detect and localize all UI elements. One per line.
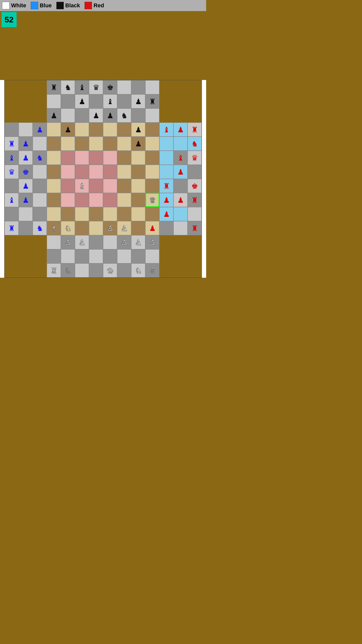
cell-3-5[interactable] [75, 123, 89, 137]
cell-13-8[interactable] [117, 263, 131, 277]
cell-10-8[interactable]: ♙ [117, 221, 131, 235]
cell-9-9[interactable] [131, 207, 145, 221]
cell-7-11[interactable]: ♜ [159, 179, 173, 193]
cell-9-1[interactable] [19, 207, 33, 221]
cell-0-3[interactable]: ♜ [47, 80, 61, 94]
cell-5-7[interactable] [103, 151, 117, 165]
cell-3-12[interactable]: ♟ [173, 123, 188, 137]
cell-2-1[interactable] [19, 108, 33, 123]
cell-11-11[interactable] [159, 235, 173, 249]
cell-12-10[interactable] [145, 249, 159, 263]
cell-5-4[interactable] [61, 151, 75, 165]
cell-0-13[interactable] [188, 80, 202, 94]
cell-6-6[interactable] [89, 165, 103, 179]
cell-13-12[interactable] [173, 263, 188, 277]
cell-12-11[interactable] [159, 249, 173, 263]
cell-8-0[interactable]: ♝ [5, 193, 19, 207]
cell-2-0[interactable] [5, 108, 19, 123]
cell-1-9[interactable]: ♟ [131, 94, 145, 108]
cell-1-8[interactable] [117, 94, 131, 108]
cell-8-10[interactable]: ♕ [145, 193, 159, 207]
cell-11-9[interactable]: ♙ [131, 235, 145, 249]
cell-3-9[interactable]: ♟ [131, 123, 145, 137]
cell-13-1[interactable] [19, 263, 33, 277]
cell-5-3[interactable] [47, 151, 61, 165]
cell-2-13[interactable] [188, 108, 202, 123]
cell-12-3[interactable] [47, 249, 61, 263]
cell-9-2[interactable] [33, 207, 47, 221]
cell-1-10[interactable]: ♜ [145, 94, 159, 108]
cell-9-6[interactable] [89, 207, 103, 221]
cell-3-3[interactable] [47, 123, 61, 137]
cell-1-1[interactable] [19, 94, 33, 108]
cell-3-2[interactable]: ♟ [33, 123, 47, 137]
cell-12-1[interactable] [19, 249, 33, 263]
cell-13-0[interactable] [5, 263, 19, 277]
cell-4-2[interactable] [33, 137, 47, 151]
cell-1-6[interactable] [89, 94, 103, 108]
cell-0-10[interactable] [145, 80, 159, 94]
chess-board[interactable]: ♜♞♝♛♚♟♝♟♜♟♟♟♞♟♟♟♝♟♜♜♟♟♞♝♟♞♝♛♛♚♟♟♗♜♚♝♟♕♟♟… [4, 80, 202, 278]
cell-9-8[interactable] [117, 207, 131, 221]
cell-13-2[interactable] [33, 263, 47, 277]
cell-2-11[interactable] [159, 108, 173, 123]
cell-7-12[interactable] [173, 179, 188, 193]
cell-2-8[interactable]: ♞ [117, 108, 131, 123]
cell-13-3[interactable]: ♖ [47, 263, 61, 277]
cell-5-6[interactable] [89, 151, 103, 165]
cell-5-11[interactable] [159, 151, 173, 165]
cell-8-8[interactable] [117, 193, 131, 207]
cell-6-9[interactable] [131, 165, 145, 179]
cell-2-5[interactable] [75, 108, 89, 123]
cell-5-0[interactable]: ♝ [5, 151, 19, 165]
cell-10-9[interactable] [131, 221, 145, 235]
cell-0-0[interactable] [5, 80, 19, 94]
cell-10-5[interactable] [75, 221, 89, 235]
cell-7-10[interactable] [145, 179, 159, 193]
cell-8-7[interactable] [103, 193, 117, 207]
cell-1-4[interactable] [61, 94, 75, 108]
cell-5-5[interactable] [75, 151, 89, 165]
cell-11-12[interactable] [173, 235, 188, 249]
cell-12-7[interactable] [103, 249, 117, 263]
cell-13-7[interactable]: ♔ [103, 263, 117, 277]
cell-12-4[interactable] [61, 249, 75, 263]
cell-1-11[interactable] [159, 94, 173, 108]
cell-8-13[interactable]: ♜ [188, 193, 202, 207]
cell-4-12[interactable] [173, 137, 188, 151]
cell-6-3[interactable] [47, 165, 61, 179]
cell-7-5[interactable]: ♗ [75, 179, 89, 193]
cell-1-5[interactable]: ♟ [75, 94, 89, 108]
cell-7-3[interactable] [47, 179, 61, 193]
cell-13-11[interactable] [159, 263, 173, 277]
cell-6-13[interactable] [188, 165, 202, 179]
cell-4-8[interactable] [117, 137, 131, 151]
cell-9-5[interactable] [75, 207, 89, 221]
cell-10-0[interactable]: ♜ [5, 221, 19, 235]
cell-3-4[interactable]: ♟ [61, 123, 75, 137]
cell-11-3[interactable] [47, 235, 61, 249]
cell-5-13[interactable]: ♛ [188, 151, 202, 165]
cell-1-0[interactable] [5, 94, 19, 108]
cell-13-13[interactable] [188, 263, 202, 277]
cell-9-0[interactable] [5, 207, 19, 221]
cell-12-9[interactable] [131, 249, 145, 263]
cell-10-11[interactable] [159, 221, 173, 235]
cell-12-0[interactable] [5, 249, 19, 263]
cell-8-6[interactable] [89, 193, 103, 207]
cell-5-9[interactable] [131, 151, 145, 165]
cell-7-1[interactable]: ♟ [19, 179, 33, 193]
cell-11-2[interactable] [33, 235, 47, 249]
cell-12-12[interactable] [173, 249, 188, 263]
cell-13-6[interactable] [89, 263, 103, 277]
cell-6-5[interactable] [75, 165, 89, 179]
cell-11-0[interactable] [5, 235, 19, 249]
cell-8-12[interactable]: ♟ [173, 193, 188, 207]
cell-11-7[interactable] [103, 235, 117, 249]
cell-5-12[interactable]: ♝ [173, 151, 188, 165]
cell-2-10[interactable] [145, 108, 159, 123]
cell-0-1[interactable] [19, 80, 33, 94]
cell-13-4[interactable]: ♘ [61, 263, 75, 277]
cell-9-12[interactable] [173, 207, 188, 221]
cell-13-5[interactable] [75, 263, 89, 277]
